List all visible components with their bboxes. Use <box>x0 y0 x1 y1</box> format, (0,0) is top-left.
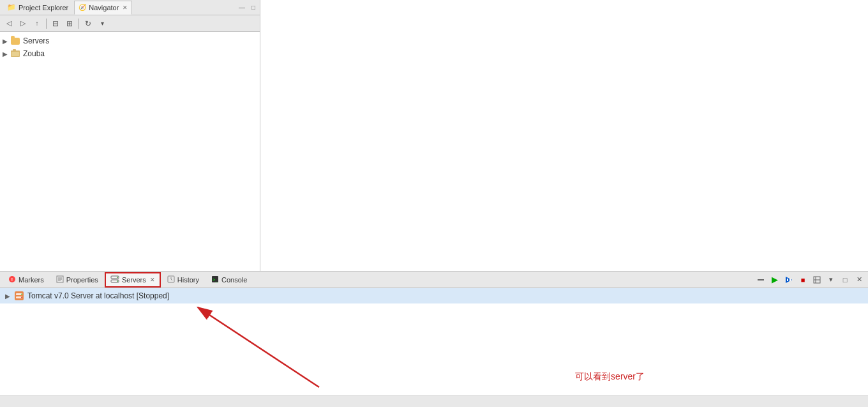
tomcat-icon-wrapper <box>14 291 24 301</box>
svg-marker-19 <box>786 277 792 283</box>
minimize-left-btn[interactable]: — <box>237 3 247 12</box>
server-row-label: Tomcat v7.0 Server at localhost [Stopped… <box>27 291 169 300</box>
tab-project-explorer[interactable]: 📁 Project Explorer <box>3 1 73 15</box>
left-tab-bar: 📁 Project Explorer 🧭 Navigator ✕ — □ <box>0 0 260 15</box>
bottom-content: ▶ Tomcat v7.0 Server at localhost [Stopp… <box>0 288 868 395</box>
toolbar-sep-1 <box>46 19 47 29</box>
zouba-expand-arrow: ▶ <box>3 50 10 58</box>
navigator-icon: 🧭 <box>79 4 86 11</box>
bottom-tab-bar: ! Markers Properties <box>0 272 868 288</box>
tab-navigator-label: Navigator <box>89 4 119 12</box>
collapse-all-btn[interactable]: ⊟ <box>49 17 62 30</box>
svg-point-12 <box>117 280 118 282</box>
tab-console[interactable]: >_ Console <box>206 272 253 288</box>
svg-rect-2 <box>13 49 16 52</box>
svg-text:>_: >_ <box>213 277 218 282</box>
server-expand-arrow: ▶ <box>5 293 14 300</box>
svg-rect-25 <box>15 291 24 300</box>
servers-tab-icon <box>110 275 119 284</box>
tree-item-servers[interactable]: ▶ Servers <box>0 35 260 47</box>
tab-history-label: History <box>177 276 199 284</box>
annotation-text: 可以看到server了 <box>575 371 645 383</box>
svg-point-29 <box>21 297 22 298</box>
servers-expand-arrow: ▶ <box>3 38 10 45</box>
back-btn[interactable]: ◁ <box>3 17 15 30</box>
svg-line-15 <box>171 279 172 280</box>
annotation-arrow-svg <box>0 288 868 395</box>
tab-navigator[interactable]: 🧭 Navigator ✕ <box>74 1 132 15</box>
tree-content: ▶ Servers ▶ Zou <box>0 32 260 271</box>
console-icon: >_ <box>211 275 219 284</box>
tab-history[interactable]: History <box>161 272 205 288</box>
maximize-left-btn[interactable]: □ <box>250 3 257 12</box>
svg-point-28 <box>21 294 22 295</box>
tree-zouba-label: Zouba <box>23 49 45 58</box>
properties-icon <box>56 275 64 284</box>
markers-icon: ! <box>8 275 16 284</box>
bottom-maximize-btn[interactable]: □ <box>839 273 851 286</box>
svg-text:!: ! <box>11 277 13 282</box>
svg-rect-18 <box>758 279 764 280</box>
tree-servers-label: Servers <box>23 36 49 45</box>
tab-markers-label: Markers <box>19 276 44 284</box>
tab-servers-label: Servers <box>122 276 146 284</box>
sync-btn[interactable]: ↻ <box>82 17 94 30</box>
link-editor-btn[interactable]: ⊞ <box>63 17 76 30</box>
tab-properties[interactable]: Properties <box>50 272 104 288</box>
forward-btn[interactable]: ▷ <box>17 17 29 30</box>
run-server-btn[interactable]: ▶ <box>768 273 781 286</box>
tree-item-zouba[interactable]: ▶ Zouba <box>0 47 260 60</box>
status-bar <box>0 395 868 407</box>
tab-servers[interactable]: Servers ✕ <box>105 272 161 288</box>
bottom-close-btn[interactable]: ✕ <box>853 273 865 286</box>
tab-project-explorer-label: Project Explorer <box>19 4 68 12</box>
bottom-toolbar: ▶ ■ ▾ □ ✕ <box>754 273 865 286</box>
debug-server-btn[interactable] <box>782 273 795 286</box>
svg-rect-1 <box>11 52 19 56</box>
toolbar-sep-2 <box>79 19 79 29</box>
top-area: 📁 Project Explorer 🧭 Navigator ✕ — □ <box>0 0 868 271</box>
stop-server-btn[interactable]: ■ <box>797 273 809 286</box>
history-icon <box>167 275 175 284</box>
project-icon: 📁 <box>7 3 16 12</box>
svg-rect-20 <box>787 279 788 281</box>
left-window-controls: — □ <box>237 3 257 12</box>
up-btn[interactable]: ↑ <box>31 17 43 30</box>
annotation-area: 可以看到server了 <box>0 288 868 395</box>
tab-navigator-close[interactable]: ✕ <box>123 4 128 11</box>
svg-rect-21 <box>789 279 791 281</box>
left-panel: 📁 Project Explorer 🧭 Navigator ✕ — □ <box>0 0 260 271</box>
bottom-view-menu-btn[interactable]: ▾ <box>825 273 837 286</box>
tab-console-label: Console <box>221 276 247 284</box>
main-panel <box>260 0 868 271</box>
bottom-minimize-btn[interactable] <box>754 273 767 286</box>
tab-properties-label: Properties <box>66 276 98 284</box>
main-container: 📁 Project Explorer 🧭 Navigator ✕ — □ <box>0 0 868 407</box>
publish-btn[interactable] <box>811 273 823 286</box>
toolbar-menu-btn[interactable]: ▾ <box>96 17 108 30</box>
servers-folder-icon <box>10 36 20 46</box>
server-row-tomcat[interactable]: ▶ Tomcat v7.0 Server at localhost [Stopp… <box>0 288 868 303</box>
svg-point-11 <box>117 277 118 278</box>
left-toolbar: ◁ ▷ ↑ ⊟ ⊞ ↻ ▾ <box>0 15 260 32</box>
zouba-project-icon <box>10 49 20 59</box>
bottom-panel: ! Markers Properties <box>0 271 868 395</box>
tab-markers[interactable]: ! Markers <box>3 272 50 288</box>
tab-servers-close[interactable]: ✕ <box>150 277 155 283</box>
svg-line-31 <box>198 307 319 387</box>
